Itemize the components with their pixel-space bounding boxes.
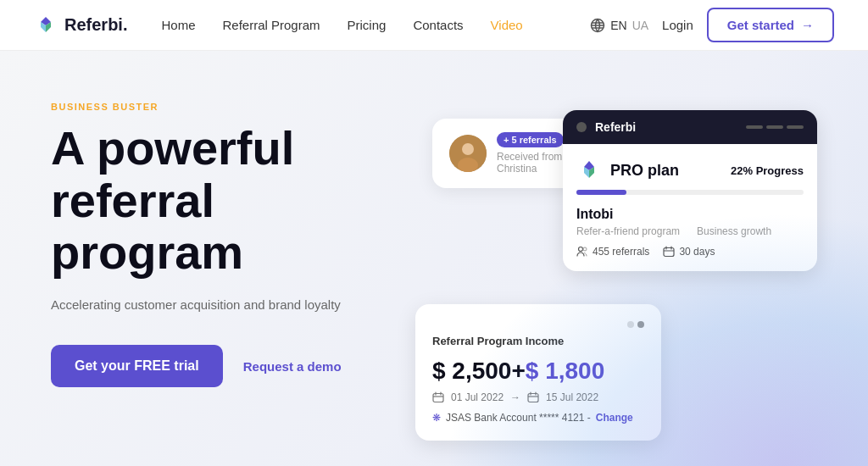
nav-video[interactable]: Video <box>491 18 523 32</box>
globe-icon <box>590 18 605 33</box>
days-stat: 30 days <box>663 246 715 258</box>
logo-text: Referbi. <box>64 15 127 35</box>
income-highlight: $ 1,800 <box>526 358 604 384</box>
date-to: 15 Jul 2022 <box>546 391 598 403</box>
svg-point-5 <box>583 247 587 251</box>
cta-primary-button[interactable]: Get your FREE trial <box>51 345 223 387</box>
navbar: Referbi. Home Referral Program Pricing C… <box>0 0 868 51</box>
header-dot <box>576 122 587 132</box>
date-from: 01 Jul 2022 <box>451 391 504 403</box>
calendar-icon <box>663 246 675 258</box>
get-started-button[interactable]: Get started → <box>707 8 834 42</box>
language-selector: EN UA <box>590 18 648 33</box>
arrow-dates: → <box>510 391 520 403</box>
change-link[interactable]: Change <box>596 412 633 424</box>
pro-plan-body: PRO plan 22% Progress Intobi Refer-a-fri… <box>563 144 817 271</box>
bar-dot-1 <box>746 125 763 129</box>
referrals-count: 455 referrals <box>593 246 649 258</box>
income-bank: ❋ JSAS Bank Account ***** 4121 - Change <box>432 412 644 424</box>
logo[interactable]: Referbi. <box>34 14 127 37</box>
pro-logo-icon <box>576 158 602 183</box>
dot-1 <box>627 321 634 328</box>
pro-plan-name-left: PRO plan <box>576 158 679 183</box>
progress-bar-track <box>576 190 804 195</box>
svg-point-2 <box>462 143 474 155</box>
hero-left: BUSINESS BUSTER A powerful referral prog… <box>51 93 407 387</box>
company-stats: 455 referrals 30 days <box>576 246 804 258</box>
bar-dot-2 <box>766 125 783 129</box>
cta-secondary-link[interactable]: Request a demo <box>243 359 342 374</box>
referral-badge-pill: + 5 referrals <box>497 132 564 147</box>
hero-section: BUSINESS BUSTER A powerful referral prog… <box>0 51 868 466</box>
calendar-to-icon <box>527 391 539 403</box>
progress-bar-fill <box>576 190 626 195</box>
referrals-stat: 455 referrals <box>576 246 649 258</box>
svg-point-4 <box>579 247 583 252</box>
income-dates: 01 Jul 2022 → 15 Jul 2022 <box>432 391 644 403</box>
sub-2: Business growth <box>697 225 771 237</box>
company-sub: Refer-a-friend program Business growth <box>576 225 804 237</box>
pro-plan-name-row: PRO plan 22% Progress <box>576 158 804 183</box>
hero-subtitle: Accelerating customer acquisition and br… <box>51 296 407 315</box>
days-count: 30 days <box>679 246 715 258</box>
logo-icon <box>34 14 58 37</box>
nav-pricing[interactable]: Pricing <box>348 18 387 32</box>
hero-title: A powerful referral program <box>51 122 407 279</box>
nav-right: EN UA Login Get started → <box>590 8 834 42</box>
header-bar-dots <box>746 125 804 129</box>
avatar <box>449 135 487 172</box>
avatar-image <box>449 135 487 172</box>
nav-home[interactable]: Home <box>161 18 195 32</box>
svg-rect-8 <box>528 394 538 402</box>
people-icon <box>576 246 588 258</box>
nav-contacts[interactable]: Contacts <box>413 18 463 32</box>
sub-1: Refer-a-friend program <box>576 225 680 237</box>
income-amount: $ 2,500+$ 1,800 <box>432 358 644 385</box>
snowflake-icon: ❋ <box>432 412 441 424</box>
calendar-from-icon <box>432 391 444 403</box>
nav-referral-program[interactable]: Referral Program <box>222 18 320 32</box>
lang-ua[interactable]: UA <box>632 19 648 32</box>
cta-group: Get your FREE trial Request a demo <box>51 345 407 387</box>
nav-links: Home Referral Program Pricing Contacts V… <box>161 18 590 32</box>
dot-2 <box>637 321 644 328</box>
pro-plan-header-title: Referbi <box>587 120 746 134</box>
arrow-right-icon: → <box>801 18 814 32</box>
eyebrow-text: BUSINESS BUSTER <box>51 102 407 112</box>
bank-text: JSAS Bank Account ***** 4121 - <box>446 412 591 424</box>
svg-rect-7 <box>433 394 443 402</box>
pro-plan-card: Referbi PRO plan <box>563 110 817 271</box>
pro-plan-header: Referbi <box>563 110 817 144</box>
lang-en[interactable]: EN <box>610 19 626 32</box>
svg-rect-6 <box>664 248 674 257</box>
income-title: Referral Program Income <box>432 335 644 347</box>
company-name: Intobi <box>576 207 804 222</box>
login-button[interactable]: Login <box>662 18 693 32</box>
pro-progress-label: 22% Progress <box>731 164 804 177</box>
income-base: $ 2,500 <box>432 358 511 384</box>
bar-dot-3 <box>787 125 804 129</box>
income-dots <box>432 321 644 328</box>
pro-plan-name-text: PRO plan <box>610 162 679 180</box>
income-card: Referral Program Income $ 2,500+$ 1,800 … <box>415 304 661 441</box>
hero-right: + 5 referrals Received from Christina Re… <box>407 93 834 458</box>
